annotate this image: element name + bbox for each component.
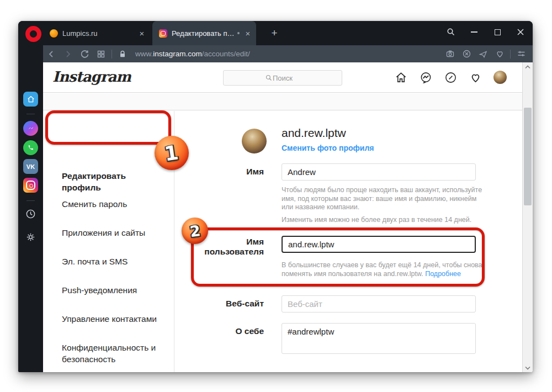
- close-button[interactable]: [513, 24, 528, 40]
- url-host: instagram.com: [153, 50, 202, 58]
- blocked-ads-icon[interactable]: [458, 46, 475, 62]
- menu-item-manage-contacts[interactable]: Управление контактами: [62, 313, 167, 325]
- url-prefix: www.: [135, 50, 153, 58]
- bio-textarea[interactable]: #andrewlptw: [282, 323, 476, 354]
- name-label: Имя: [174, 167, 264, 177]
- history-clock-icon[interactable]: [23, 206, 38, 221]
- window-controls: [443, 24, 528, 40]
- instagram-logo[interactable]: Instagram: [52, 68, 131, 85]
- search-icon: [266, 75, 272, 81]
- scroll-down-icon[interactable]: [523, 363, 533, 372]
- page-background-strip: [43, 93, 522, 110]
- forward-icon[interactable]: [60, 46, 76, 62]
- minimize-button[interactable]: [466, 24, 482, 40]
- sidebar-divider: [26, 114, 35, 114]
- tab-title: Редактировать профиль: [172, 29, 235, 38]
- tab-bar: Lumpics.ru × Редактировать профиль × +: [18, 21, 533, 45]
- tab-close-icon[interactable]: ×: [242, 29, 254, 38]
- annotation-box-username: [191, 227, 485, 287]
- whatsapp-icon[interactable]: [23, 140, 38, 155]
- address-bar: www.instagram.com/accounts/edit/: [43, 45, 533, 62]
- page-scrollbar[interactable]: [522, 62, 533, 372]
- browser-window: Lumpics.ru × Редактировать профиль × +: [18, 21, 533, 372]
- reload-icon[interactable]: [76, 46, 93, 62]
- website-input[interactable]: [282, 295, 476, 312]
- annotation-step-1-badge: 1: [155, 136, 189, 170]
- lumpics-favicon-icon: [50, 29, 58, 38]
- annotation-step-2-badge: 2: [182, 218, 208, 244]
- bookmark-heart-icon[interactable]: [491, 46, 508, 62]
- website-label: Веб-сайт: [174, 299, 264, 309]
- tab-title: Lumpics.ru: [62, 29, 136, 38]
- profile-photo[interactable]: [242, 129, 267, 153]
- profile-avatar[interactable]: [493, 71, 507, 84]
- messenger-icon[interactable]: [23, 121, 38, 136]
- instagram-nav: [394, 71, 507, 84]
- instagram-page: Instagram: [43, 62, 533, 372]
- menu-item-privacy-security[interactable]: Конфиденциальность и безопасность: [62, 342, 158, 365]
- sidebar-divider: [26, 200, 35, 201]
- annotation-box-edit-profile: [45, 110, 171, 145]
- bio-label: О себе: [174, 326, 264, 336]
- address-separator: [510, 50, 511, 59]
- profile-username-title: and.rew.lptw: [282, 126, 346, 140]
- search-input[interactable]: [223, 70, 342, 86]
- tab-lumpics[interactable]: Lumpics.ru ×: [43, 21, 150, 45]
- menu-item-change-password[interactable]: Сменить пароль: [62, 198, 167, 210]
- tab-indicator-dot: [237, 32, 240, 34]
- opera-sidebar: VK •••: [18, 45, 43, 372]
- name-limit-help-text: Изменить имя можно не более двух раз в т…: [282, 216, 482, 225]
- speed-dial-grid-icon[interactable]: [93, 46, 109, 62]
- maximize-button[interactable]: [490, 24, 505, 40]
- instagram-sidebar-icon[interactable]: [23, 178, 38, 193]
- home-icon[interactable]: [394, 71, 407, 84]
- settings-gear-icon[interactable]: [23, 230, 38, 245]
- change-photo-link[interactable]: Сменить фото профиля: [282, 144, 374, 152]
- new-tab-button[interactable]: +: [268, 27, 281, 40]
- vk-icon[interactable]: VK: [23, 159, 38, 174]
- direct-messenger-icon[interactable]: [419, 71, 432, 84]
- search-box: [223, 70, 342, 86]
- explore-compass-icon[interactable]: [444, 71, 457, 84]
- tab-close-icon[interactable]: ×: [136, 29, 148, 38]
- screenshot-stage: Lumpics.ru × Редактировать профиль × +: [0, 0, 552, 392]
- instagram-favicon-icon: [159, 29, 167, 38]
- menu-item-push-notifications[interactable]: Push-уведомления: [62, 284, 167, 296]
- url-path: /accounts/edit/: [202, 50, 250, 58]
- scroll-up-icon[interactable]: [523, 62, 533, 71]
- tab-instagram-edit-profile[interactable]: Редактировать профиль ×: [152, 21, 256, 45]
- back-icon[interactable]: [43, 46, 60, 62]
- search-tabs-icon[interactable]: [443, 24, 459, 40]
- menu-item-apps-sites[interactable]: Приложения и сайты: [62, 227, 167, 239]
- snapshot-camera-icon[interactable]: [442, 46, 458, 62]
- easy-setup-sliders-icon[interactable]: [513, 46, 529, 62]
- scrollbar-thumb[interactable]: [524, 108, 532, 205]
- speed-dial-icon[interactable]: [23, 92, 38, 107]
- url-text[interactable]: www.instagram.com/accounts/edit/: [135, 50, 442, 58]
- address-separator: [112, 50, 112, 59]
- menu-item-email-sms[interactable]: Эл. почта и SMS: [62, 256, 167, 267]
- name-input[interactable]: [282, 163, 476, 181]
- menu-item-edit-profile[interactable]: Редактировать профиль: [62, 170, 167, 193]
- my-flow-icon[interactable]: [475, 46, 491, 62]
- secure-lock-icon[interactable]: [114, 46, 131, 62]
- instagram-header: Instagram: [43, 62, 522, 93]
- activity-heart-icon[interactable]: [469, 71, 482, 84]
- address-bar-actions: [442, 46, 529, 62]
- opera-logo-icon[interactable]: [25, 26, 41, 42]
- name-help-text: Чтобы людям было проще находить ваш акка…: [282, 186, 482, 212]
